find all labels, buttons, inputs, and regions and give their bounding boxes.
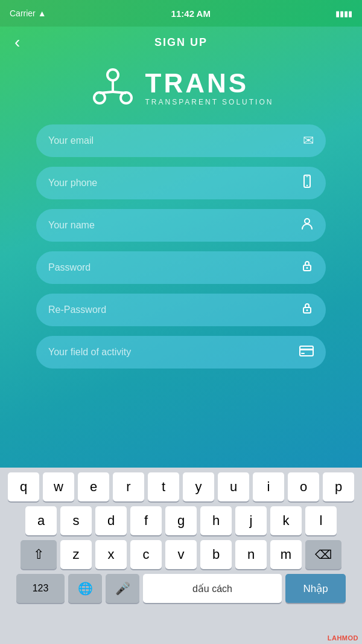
- space-key[interactable]: dấu cách: [143, 574, 282, 603]
- key-w[interactable]: w: [43, 472, 74, 501]
- key-h[interactable]: h: [200, 506, 232, 535]
- keyboard-row-1: q w e r t y u i o p: [2, 472, 360, 501]
- keyboard-row-3: ⇧ z x c v b n m ⌫: [2, 540, 360, 569]
- battery-icon: ▮▮▮▮: [335, 9, 352, 18]
- card-icon: [299, 344, 314, 360]
- main-background: ‹ SIGN UP TRANS TRANSPARENT SOLUTION ✉: [0, 27, 362, 468]
- key-q[interactable]: q: [8, 472, 39, 501]
- key-y[interactable]: y: [183, 472, 214, 501]
- phone-field-row: [36, 167, 326, 199]
- time-label: 11:42 AM: [171, 8, 211, 19]
- key-x[interactable]: x: [95, 540, 127, 569]
- email-icon: ✉: [303, 133, 314, 149]
- key-f[interactable]: f: [130, 506, 162, 535]
- svg-rect-14: [300, 346, 313, 356]
- svg-point-7: [306, 185, 308, 186]
- email-input[interactable]: [48, 135, 298, 146]
- key-c[interactable]: c: [130, 540, 162, 569]
- svg-point-0: [107, 69, 118, 80]
- key-m[interactable]: m: [270, 540, 302, 569]
- key-k[interactable]: k: [270, 506, 302, 535]
- key-u[interactable]: u: [218, 472, 249, 501]
- svg-rect-16: [301, 353, 305, 354]
- signup-form: ✉: [0, 124, 362, 369]
- logo-icon: [89, 64, 137, 112]
- svg-point-9: [305, 219, 310, 224]
- header: ‹ SIGN UP: [0, 27, 362, 58]
- activity-input[interactable]: [48, 347, 294, 358]
- status-icons: ▮▮▮▮: [335, 9, 352, 18]
- svg-rect-8: [306, 176, 308, 177]
- logo-area: TRANS TRANSPARENT SOLUTION: [0, 58, 362, 124]
- activity-field-row: [36, 336, 326, 369]
- watermark-text: LAHMOD: [328, 634, 358, 642]
- page-title: SIGN UP: [154, 36, 208, 49]
- enter-key[interactable]: Nhập: [285, 574, 346, 603]
- svg-point-2: [121, 92, 132, 103]
- svg-point-13: [306, 309, 308, 311]
- key-n[interactable]: n: [235, 540, 267, 569]
- key-b[interactable]: b: [200, 540, 232, 569]
- svg-point-1: [94, 92, 105, 103]
- password-field-row: [36, 251, 326, 284]
- key-i[interactable]: i: [253, 472, 284, 501]
- watermark: LAHMOD: [328, 634, 358, 642]
- key-g[interactable]: g: [165, 506, 197, 535]
- svg-rect-15: [300, 349, 313, 350]
- keyboard-row-4: 123 🌐 🎤 dấu cách Nhập: [2, 574, 360, 603]
- svg-line-5: [113, 92, 126, 93]
- key-a[interactable]: a: [25, 506, 57, 535]
- globe-key[interactable]: 🌐: [68, 574, 102, 603]
- repassword-input[interactable]: [48, 304, 296, 315]
- brand-tagline: TRANSPARENT SOLUTION: [145, 98, 274, 106]
- key-d[interactable]: d: [95, 506, 127, 535]
- key-t[interactable]: t: [148, 472, 179, 501]
- key-o[interactable]: o: [288, 472, 319, 501]
- keyboard-row-2: a s d f g h j k l: [2, 506, 360, 535]
- back-button[interactable]: ‹: [10, 31, 25, 53]
- key-r[interactable]: r: [113, 472, 144, 501]
- key-v[interactable]: v: [165, 540, 197, 569]
- user-icon: [300, 217, 314, 234]
- name-input[interactable]: [48, 220, 296, 231]
- key-s[interactable]: s: [60, 506, 92, 535]
- key-z[interactable]: z: [60, 540, 92, 569]
- phone-input[interactable]: [48, 178, 296, 188]
- phone-icon: [300, 175, 314, 192]
- keyboard: q w e r t y u i o p a s d f g h j k l ⇧ …: [0, 468, 362, 644]
- lock-icon: [300, 259, 314, 276]
- key-j[interactable]: j: [235, 506, 267, 535]
- key-l[interactable]: l: [305, 506, 337, 535]
- key-p[interactable]: p: [323, 472, 354, 501]
- brand-name: TRANS: [145, 70, 249, 97]
- svg-line-4: [100, 92, 113, 93]
- status-bar: Carrier ▲ 11:42 AM ▮▮▮▮: [0, 0, 362, 27]
- backspace-key[interactable]: ⌫: [305, 540, 341, 569]
- carrier-label: Carrier ▲: [10, 8, 46, 18]
- logo-text: TRANS TRANSPARENT SOLUTION: [145, 70, 274, 106]
- repassword-field-row: [36, 294, 326, 326]
- name-field-row: [36, 209, 326, 242]
- shift-key[interactable]: ⇧: [21, 540, 57, 569]
- password-input[interactable]: [48, 262, 296, 273]
- wifi-icon: ▲: [38, 8, 46, 18]
- num-key[interactable]: 123: [16, 574, 65, 603]
- lock2-icon: [300, 301, 314, 318]
- email-field-row: ✉: [36, 124, 326, 157]
- key-e[interactable]: e: [78, 472, 109, 501]
- mic-key[interactable]: 🎤: [106, 574, 139, 603]
- svg-point-11: [306, 267, 308, 269]
